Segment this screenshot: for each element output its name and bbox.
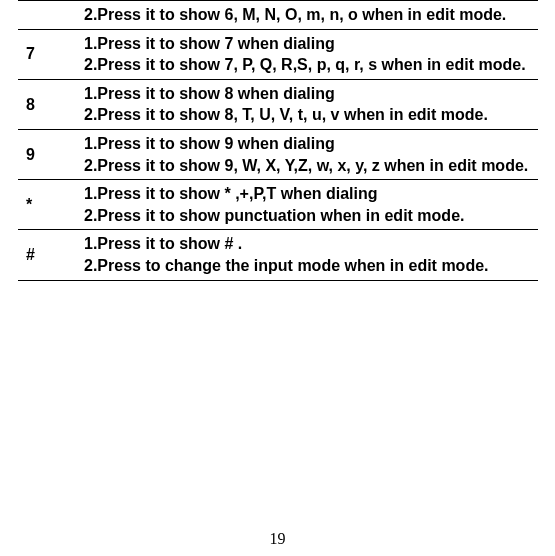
page-number: 19 <box>0 530 555 548</box>
key-cell: 8 <box>18 79 79 129</box>
table-row: 9 1.Press it to show 9 when dialing2.Pre… <box>18 129 538 179</box>
desc-cell: 1.Press it to show 7 when dialing2.Press… <box>79 29 538 79</box>
table-row: 2.Press it to show 6, M, N, O, m, n, o w… <box>18 1 538 30</box>
table-row: # 1.Press it to show # .2.Press to chang… <box>18 230 538 280</box>
table-row: 7 1.Press it to show 7 when dialing2.Pre… <box>18 29 538 79</box>
table-row: * 1.Press it to show * ,+,P,T when diali… <box>18 180 538 230</box>
desc-cell: 2.Press it to show 6, M, N, O, m, n, o w… <box>79 1 538 30</box>
desc-cell: 1.Press it to show 8 when dialing2.Press… <box>79 79 538 129</box>
page-container: 2.Press it to show 6, M, N, O, m, n, o w… <box>0 0 555 556</box>
key-cell <box>18 1 79 30</box>
table-row: 8 1.Press it to show 8 when dialing2.Pre… <box>18 79 538 129</box>
desc-cell: 1.Press it to show # .2.Press to change … <box>79 230 538 280</box>
key-cell: # <box>18 230 79 280</box>
key-function-table: 2.Press it to show 6, M, N, O, m, n, o w… <box>18 0 538 281</box>
key-cell: 7 <box>18 29 79 79</box>
key-cell: * <box>18 180 79 230</box>
desc-cell: 1.Press it to show 9 when dialing2.Press… <box>79 129 538 179</box>
desc-cell: 1.Press it to show * ,+,P,T when dialing… <box>79 180 538 230</box>
key-cell: 9 <box>18 129 79 179</box>
